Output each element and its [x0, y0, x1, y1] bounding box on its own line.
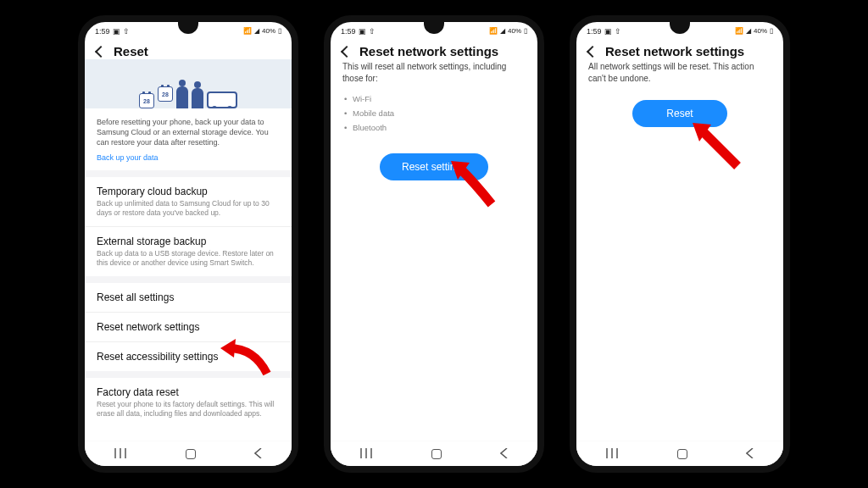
status-app-icon: ▣: [359, 27, 366, 36]
status-app-icon: ▣: [113, 27, 120, 36]
item-sub: Back up data to a USB storage device. Re…: [97, 249, 280, 268]
battery-text: 40%: [508, 27, 521, 35]
battery-icon: ▯: [524, 27, 527, 35]
page-title: Reset network settings: [359, 44, 498, 58]
item-title: External storage backup: [97, 236, 280, 247]
item-temp-cloud-backup[interactable]: Temporary cloud backup Back up unlimited…: [85, 177, 292, 226]
signal-icon: ◢: [746, 27, 751, 35]
content-area: All network settings will be reset. This…: [576, 59, 783, 441]
battery-text: 40%: [754, 27, 767, 35]
wifi-icon: 📶: [489, 27, 498, 35]
cart-illustration: [207, 92, 237, 108]
battery-icon: ▯: [770, 27, 773, 35]
back-icon[interactable]: [95, 45, 107, 57]
calendar-icon: 28: [158, 86, 173, 102]
content-area: This will reset all network settings, in…: [331, 59, 537, 441]
bullet-item: Bluetooth: [353, 120, 526, 135]
status-time: 1:59: [95, 27, 110, 36]
bullet-item: Mobile data: [353, 106, 526, 120]
item-title: Reset network settings: [97, 321, 280, 333]
page-title: Reset network settings: [605, 44, 744, 58]
item-factory-reset[interactable]: Factory data reset Reset your phone to i…: [85, 378, 292, 427]
nav-recent-icon[interactable]: [114, 446, 127, 462]
nav-back-icon[interactable]: [254, 446, 263, 462]
bullet-list: Wi-Fi Mobile data Bluetooth: [331, 88, 537, 141]
item-external-backup[interactable]: External storage backup Back up data to …: [85, 227, 292, 276]
description-text: All network settings will be reset. This…: [576, 59, 783, 88]
description-text: This will reset all network settings, in…: [331, 59, 537, 88]
wifi-icon: 📶: [735, 27, 743, 35]
bullet-item: Wi-Fi: [353, 92, 526, 106]
nav-bar: [331, 441, 537, 466]
item-reset-network[interactable]: Reset network settings: [85, 313, 292, 341]
status-time: 1:59: [341, 27, 356, 36]
nav-back-icon[interactable]: [500, 446, 509, 462]
status-time: 1:59: [587, 27, 602, 36]
nav-home-icon[interactable]: [186, 449, 196, 459]
item-title: Temporary cloud backup: [97, 186, 280, 197]
backup-link[interactable]: Back up your data: [97, 152, 280, 163]
nav-recent-icon[interactable]: [605, 446, 619, 462]
info-text: Before resetting your phone, back up you…: [97, 118, 269, 147]
nav-back-icon[interactable]: [746, 446, 754, 462]
status-upload-icon: ⇧: [369, 27, 376, 36]
item-title: Reset accessibility settings: [97, 351, 280, 363]
illustration-banner: 28 28: [85, 59, 292, 108]
status-upload-icon: ⇧: [123, 27, 130, 36]
nav-bar: [85, 441, 292, 466]
person-illustration: [192, 88, 203, 108]
nav-home-icon[interactable]: [431, 449, 442, 459]
content-area: 28 28 Before resetting your phone, back …: [85, 59, 292, 441]
calendar-icon: 28: [139, 93, 154, 108]
phone-screen-3: 1:59 ▣ ⇧ 📶 ◢ 40% ▯ Reset network setting…: [570, 15, 790, 473]
battery-icon: ▯: [278, 27, 281, 35]
info-block: Before resetting your phone, back up you…: [85, 108, 292, 170]
item-title: Factory data reset: [97, 386, 280, 398]
reset-button[interactable]: Reset: [632, 100, 726, 127]
person-illustration: [176, 86, 188, 108]
signal-icon: ◢: [254, 27, 259, 35]
back-icon[interactable]: [587, 45, 598, 57]
item-sub: Back up unlimited data to Samsung Cloud …: [97, 199, 280, 218]
battery-text: 40%: [262, 27, 275, 35]
phone-screen-1: 1:59 ▣ ⇧ 📶 ◢ 40% ▯ Reset 28 28 Before re…: [78, 15, 298, 473]
nav-bar: [576, 441, 783, 466]
signal-icon: ◢: [500, 27, 505, 35]
status-app-icon: ▣: [604, 27, 612, 36]
nav-home-icon[interactable]: [677, 449, 687, 459]
item-sub: Reset your phone to its factory default …: [97, 400, 280, 419]
item-reset-all[interactable]: Reset all settings: [85, 283, 292, 312]
item-reset-accessibility[interactable]: Reset accessibility settings: [85, 342, 292, 371]
item-title: Reset all settings: [97, 291, 280, 303]
nav-recent-icon[interactable]: [359, 446, 373, 462]
status-upload-icon: ⇧: [615, 27, 621, 36]
page-title: Reset: [114, 44, 148, 58]
wifi-icon: 📶: [243, 27, 252, 35]
phone-screen-2: 1:59 ▣ ⇧ 📶 ◢ 40% ▯ Reset network setting…: [324, 15, 544, 473]
reset-settings-button[interactable]: Reset settings: [380, 153, 488, 180]
back-icon[interactable]: [341, 45, 353, 57]
